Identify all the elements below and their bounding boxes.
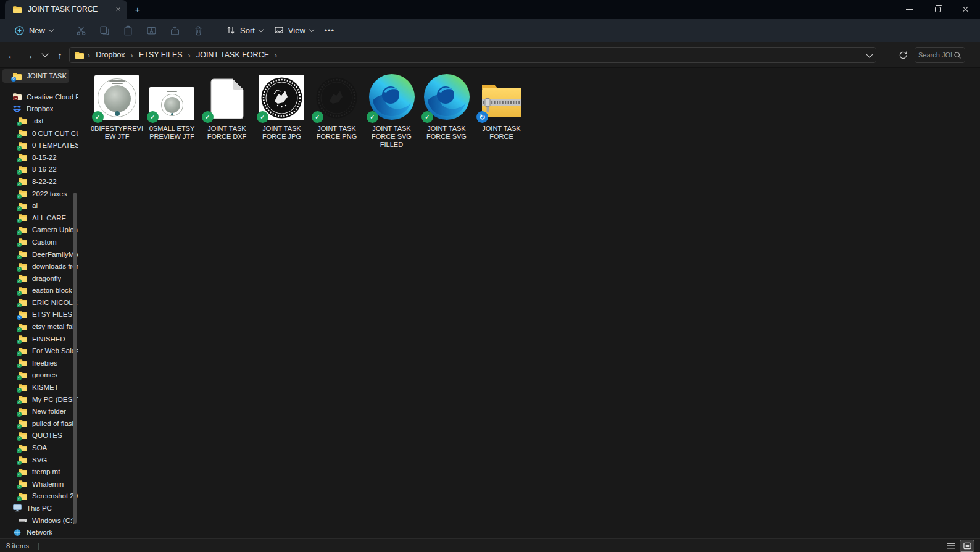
sidebar-item[interactable]: ✓tremp mt (0, 466, 78, 478)
sort-button-label: Sort (240, 26, 255, 35)
sidebar-item[interactable]: ✓8-22-22 (0, 175, 78, 188)
file-item[interactable]: ✓JOINT TASK FORCE SVG (419, 72, 474, 141)
up-button[interactable]: ↑ (52, 47, 68, 63)
sidebar-item[interactable]: ✓SVG (0, 454, 78, 466)
sidebar-item[interactable]: ↻JOINT TASK FORCE (2, 69, 69, 83)
sidebar-item[interactable]: ✓8-16-22 (0, 164, 78, 176)
back-button[interactable]: ← (4, 47, 20, 63)
sidebar-item[interactable]: ✓easton block (0, 285, 78, 297)
cut-button[interactable] (69, 21, 93, 40)
sidebar-item[interactable]: ✓8-15-22 (0, 151, 78, 164)
sidebar-item[interactable]: Network (0, 526, 78, 538)
sidebar-item[interactable]: ✓Screenshot 202 (0, 490, 78, 503)
address-row: ← → ↑ ›Dropbox›ETSY FILES›JOINT TASK FOR… (0, 42, 980, 68)
new-tab-button[interactable]: + (130, 2, 146, 17)
forward-button[interactable]: → (21, 47, 37, 63)
sidebar-item[interactable]: ✓ai (0, 199, 78, 212)
refresh-button[interactable] (895, 47, 911, 63)
sidebar-item[interactable]: ✓ALL CARE (0, 212, 78, 224)
sidebar-item[interactable]: Creative Cloud Fi (0, 91, 78, 103)
view-icon (274, 25, 284, 35)
sidebar-item[interactable]: ✓QUOTES (0, 430, 78, 442)
details-view-button[interactable] (944, 540, 958, 551)
synced-badge-icon: ✓ (17, 182, 22, 187)
search-icon[interactable] (953, 51, 961, 59)
synced-badge-icon: ✓ (17, 146, 22, 151)
synced-badge-icon: ✓ (17, 364, 22, 369)
paste-button[interactable] (116, 21, 139, 40)
explorer-tab[interactable]: JOINT TASK FORCE (5, 0, 127, 19)
large-icons-view-icon (963, 542, 971, 550)
sidebar-item[interactable]: ✓DeerFamilyMou (0, 248, 78, 261)
sidebar-item[interactable]: ✓FINISHED (0, 333, 78, 345)
file-item[interactable]: ✓0SMALL ETSY PREVIEW JTF (144, 72, 199, 141)
rename-button[interactable] (139, 21, 163, 40)
file-item[interactable]: ✓0BIFESTYPREVIEW JTF (89, 72, 144, 141)
sidebar-item[interactable]: ↻ETSY FILES (0, 309, 78, 321)
minimize-button[interactable] (895, 0, 923, 19)
breadcrumb-item[interactable]: JOINT TASK FORCE (194, 49, 272, 61)
sidebar-item[interactable]: ✓gnomes (0, 369, 78, 382)
sidebar-item[interactable]: ✓pulled of flash (0, 417, 78, 430)
sidebar-item[interactable]: ✓.dxf (0, 115, 78, 127)
sidebar-item[interactable]: ✓ERIC NICOLE NI (0, 296, 78, 309)
sidebar-item-label: downloads from (32, 262, 78, 270)
sidebar-item[interactable]: ✓0 TEMPLATES (0, 139, 78, 151)
sidebar-item[interactable]: ✓etsy metal fab (0, 320, 78, 333)
file-item[interactable]: ✓JOINT TASK FORCE DXF (199, 72, 254, 141)
sidebar-item[interactable]: ✓Whalemin (0, 478, 78, 490)
synced-badge-icon: ✓ (17, 461, 22, 466)
sidebar-item[interactable]: This PC (0, 502, 78, 514)
sidebar-item[interactable]: ✓0 CUT CUT CUT (0, 127, 78, 140)
view-button[interactable]: View (268, 21, 319, 40)
file-name: JOINT TASK FORCE JPG (254, 125, 309, 141)
synced-badge-icon: ✓ (17, 472, 22, 477)
sidebar-item[interactable]: ✓SOA (0, 441, 78, 454)
synced-badge-icon: ✓ (17, 219, 22, 224)
sidebar-item[interactable]: Dropbox (0, 103, 78, 115)
sidebar-item[interactable]: ✓freebies (0, 357, 78, 369)
address-dropdown-icon[interactable] (866, 51, 873, 57)
sync-badge-icon: ↻ (17, 315, 22, 320)
sidebar-item-label: ERIC NICOLE NI (32, 299, 78, 306)
sidebar-item[interactable]: ✓KISMET (0, 381, 78, 393)
copy-button[interactable] (93, 21, 116, 40)
address-bar[interactable]: ›Dropbox›ETSY FILES›JOINT TASK FORCE› (69, 47, 876, 63)
sidebar-item[interactable]: ✓For Web Sales (0, 345, 78, 357)
sidebar-item[interactable]: ✓Custom (0, 236, 78, 248)
new-button[interactable]: New (9, 21, 59, 40)
search-input[interactable] (918, 51, 953, 59)
synced-badge-icon: ✓ (17, 496, 22, 501)
share-button[interactable] (163, 21, 186, 40)
synced-badge-icon: ✓ (17, 194, 22, 199)
file-item[interactable]: ✓JOINT TASK FORCE JPG (254, 72, 309, 141)
file-item[interactable]: ✓JOINT TASK FORCE SVG FILLED (364, 72, 419, 149)
sidebar-scrollbar[interactable] (73, 193, 77, 524)
sidebar-item[interactable]: ✓My PC (DESKTO (0, 393, 78, 406)
item-count: 8 items (6, 542, 29, 550)
file-item[interactable]: ✓JOINT TASK FORCE PNG (309, 72, 364, 141)
sidebar-item[interactable]: ✓New folder (0, 405, 78, 417)
close-button[interactable] (952, 0, 980, 19)
sort-button[interactable]: Sort (220, 21, 268, 40)
breadcrumb-item[interactable]: ETSY FILES (136, 49, 185, 61)
restore-button[interactable] (923, 0, 952, 19)
sidebar-item[interactable]: ✓Camera Uploads (0, 224, 78, 236)
sidebar-item[interactable]: ✓downloads from (0, 260, 78, 272)
sidebar-item-label: tremp mt (32, 468, 60, 475)
large-icons-view-button[interactable] (960, 540, 974, 551)
sidebar-item[interactable]: Windows (C:) (0, 514, 78, 527)
synced-badge-icon: ✓ (17, 400, 22, 405)
recent-locations-button[interactable] (37, 47, 53, 63)
tab-close-icon[interactable] (116, 7, 122, 12)
sidebar-item[interactable]: ✓2022 taxes (0, 188, 78, 200)
new-button-label: New (29, 26, 45, 35)
synced-badge-icon: ✓ (17, 340, 22, 345)
delete-button[interactable] (186, 21, 210, 40)
sidebar-item[interactable]: ✓dragonfly (0, 272, 78, 285)
see-more-button[interactable]: ••• (319, 21, 340, 40)
file-grid: ✓0BIFESTYPREVIEW JTF ✓0SMALL ETSY PREVIE… (78, 68, 980, 538)
file-item[interactable]: ↻JOINT TASK FORCE (474, 72, 529, 141)
search-box[interactable] (915, 47, 965, 63)
breadcrumb-item[interactable]: Dropbox (93, 49, 127, 61)
